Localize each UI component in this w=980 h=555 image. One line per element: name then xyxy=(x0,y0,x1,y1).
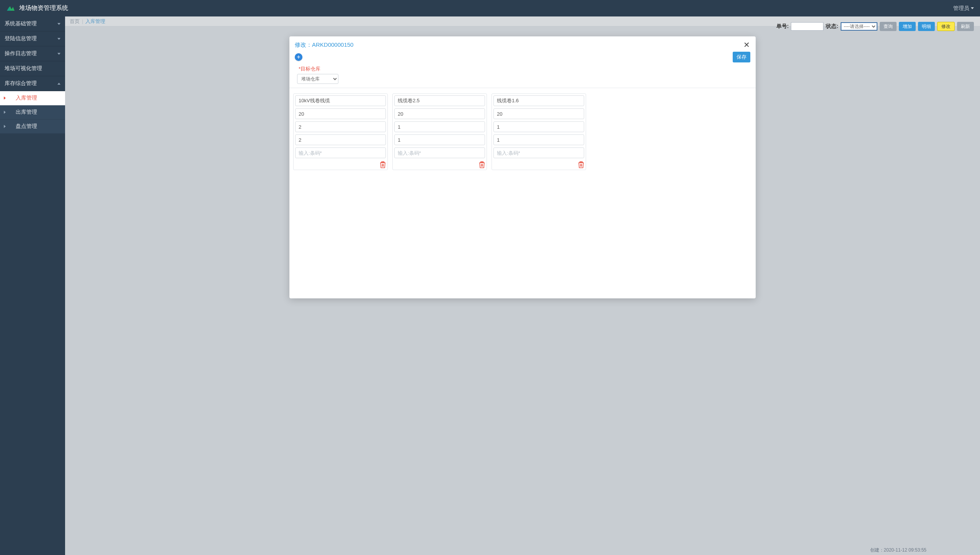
sidebar-group-label: 系统基础管理 xyxy=(5,20,37,27)
sidebar-item-inbound[interactable]: 入库管理 xyxy=(0,91,65,105)
item-field-2-input[interactable] xyxy=(295,108,386,119)
filter-toolbar: 单号: 状态: ----请选择---- 查询 增加 明细 修改 刷新 xyxy=(65,16,980,31)
chevron-down-icon xyxy=(57,23,60,25)
status-label: 状态: xyxy=(826,23,838,30)
card-footer xyxy=(295,160,386,168)
edit-modal: 修改：ARKD00000150 ✕ + 保存 *目标仓库 堆场仓库 xyxy=(289,36,756,298)
status-select[interactable]: ----请选择---- xyxy=(841,22,877,31)
sidebar-item-label: 入库管理 xyxy=(16,95,37,102)
chevron-down-icon xyxy=(57,38,60,40)
chevron-down-icon xyxy=(57,53,60,55)
item-name-input[interactable] xyxy=(394,95,485,106)
modal-header: 修改：ARKD00000150 ✕ xyxy=(289,36,756,52)
plus-icon: + xyxy=(297,54,300,60)
target-warehouse-label: *目标仓库 xyxy=(299,65,748,72)
item-field-3-input[interactable] xyxy=(493,121,584,132)
chevron-up-icon xyxy=(57,83,60,85)
app-header: 堆场物资管理系统 管理员 xyxy=(0,0,980,16)
sidebar-subgroup-inventory: 入库管理 出库管理 盘点管理 xyxy=(0,91,65,134)
sidebar-group-inventory[interactable]: 库存综合管理 xyxy=(0,76,65,91)
trash-icon[interactable] xyxy=(578,161,584,168)
sidebar-group-label: 登陆信息管理 xyxy=(5,35,37,42)
item-barcode-input[interactable] xyxy=(493,147,584,158)
sidebar-group-system[interactable]: 系统基础管理 xyxy=(0,16,65,31)
order-no-label: 单号: xyxy=(776,23,789,30)
main-content: 首页 | 入库管理 单号: 状态: ----请选择---- 查询 增加 明细 修… xyxy=(65,16,980,555)
item-field-2-input[interactable] xyxy=(394,108,485,119)
chevron-right-icon xyxy=(4,125,6,128)
save-button[interactable]: 保存 xyxy=(733,52,750,62)
query-button[interactable]: 查询 xyxy=(880,22,897,31)
app-title: 堆场物资管理系统 xyxy=(19,4,68,12)
logo-icon xyxy=(6,4,15,13)
modal-action-row: + 保存 xyxy=(289,52,756,64)
chevron-right-icon xyxy=(4,97,6,100)
sidebar-item-label: 盘点管理 xyxy=(16,123,37,130)
item-field-4-input[interactable] xyxy=(493,134,584,145)
item-field-3-input[interactable] xyxy=(295,121,386,132)
item-name-input[interactable] xyxy=(493,95,584,106)
edit-button[interactable]: 修改 xyxy=(937,22,955,31)
sidebar-group-label: 库存综合管理 xyxy=(5,80,37,87)
sidebar-item-label: 出库管理 xyxy=(16,109,37,116)
item-cards-container xyxy=(289,88,756,175)
trash-icon[interactable] xyxy=(479,161,485,168)
add-item-button[interactable]: + xyxy=(295,53,302,61)
item-field-4-input[interactable] xyxy=(394,134,485,145)
card-footer xyxy=(394,160,485,168)
record-meta: 创建：2020-11-12 09:53:55 xyxy=(870,547,926,553)
sidebar-group-label: 堆场可视化管理 xyxy=(5,65,42,72)
item-card xyxy=(293,93,388,170)
caret-down-icon xyxy=(971,7,974,9)
item-name-input[interactable] xyxy=(295,95,386,106)
item-barcode-input[interactable] xyxy=(295,147,386,158)
refresh-button[interactable]: 刷新 xyxy=(957,22,974,31)
sidebar-group-label: 操作日志管理 xyxy=(5,50,37,57)
modal-title: 修改：ARKD00000150 xyxy=(295,41,353,49)
item-barcode-input[interactable] xyxy=(394,147,485,158)
trash-icon[interactable] xyxy=(380,161,386,168)
item-field-2-input[interactable] xyxy=(493,108,584,119)
item-field-3-input[interactable] xyxy=(394,121,485,132)
sidebar-item-outbound[interactable]: 出库管理 xyxy=(0,105,65,120)
sidebar-item-stocktake[interactable]: 盘点管理 xyxy=(0,120,65,134)
item-card xyxy=(392,93,487,170)
close-icon[interactable]: ✕ xyxy=(743,41,750,49)
order-no-input[interactable] xyxy=(791,22,823,31)
header-left: 堆场物资管理系统 xyxy=(6,4,68,13)
sidebar-group-logs[interactable]: 操作日志管理 xyxy=(0,46,65,61)
item-field-4-input[interactable] xyxy=(295,134,386,145)
user-menu[interactable]: 管理员 xyxy=(953,5,974,12)
sidebar-group-visual[interactable]: 堆场可视化管理 xyxy=(0,61,65,76)
chevron-right-icon xyxy=(4,111,6,114)
target-warehouse-select[interactable]: 堆场仓库 xyxy=(297,74,338,84)
page-overlay: 单号: 状态: ----请选择---- 查询 增加 明细 修改 刷新 修改：AR… xyxy=(65,16,980,555)
detail-button[interactable]: 明细 xyxy=(918,22,935,31)
user-name: 管理员 xyxy=(953,5,969,12)
target-warehouse-row: *目标仓库 堆场仓库 xyxy=(289,64,756,88)
sidebar-group-login[interactable]: 登陆信息管理 xyxy=(0,31,65,46)
card-footer xyxy=(493,160,584,168)
sidebar: 系统基础管理 登陆信息管理 操作日志管理 堆场可视化管理 库存综合管理 入库管理… xyxy=(0,16,65,555)
add-button[interactable]: 增加 xyxy=(899,22,916,31)
item-card xyxy=(492,93,586,170)
